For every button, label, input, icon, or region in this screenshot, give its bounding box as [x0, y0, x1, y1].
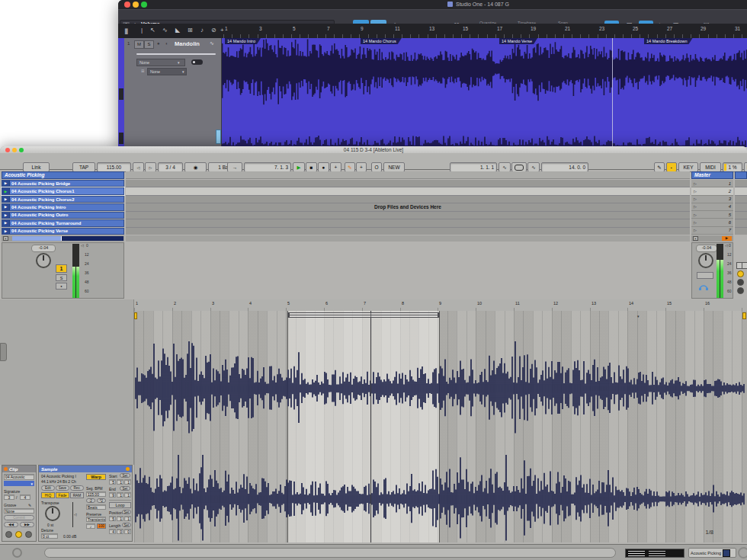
send2-dd-icon[interactable]: ▾ [182, 69, 184, 74]
marker-flag[interactable]: 14 Mando Intro [225, 38, 261, 44]
start-sixteenth-field[interactable]: 1 [124, 479, 131, 485]
transient-loop-mode[interactable]: ♪ [86, 523, 95, 529]
volume-slider[interactable] [136, 53, 216, 55]
loop-toggle[interactable]: Loop [109, 502, 131, 508]
clip-playhead[interactable] [370, 311, 371, 542]
insert-marker-icon[interactable]: ▾ [637, 314, 640, 318]
edge-handle[interactable] [119, 88, 123, 100]
scene-play-icon[interactable]: ▷ [694, 189, 697, 194]
scene-row[interactable]: ▷3 [691, 196, 733, 203]
track-name[interactable]: Mandolin [175, 40, 200, 47]
double-tempo-button[interactable]: *2 [97, 498, 106, 503]
scene-play-icon[interactable]: ▷ [694, 228, 697, 232]
arrangement-waveform[interactable] [221, 38, 747, 147]
scene-row-selected[interactable]: ▷2 [691, 187, 733, 195]
wave-icon[interactable]: ∿ [162, 27, 168, 34]
marker-flag[interactable]: 14 Mando Breakdown [644, 38, 693, 44]
scene-play-icon[interactable]: ▷ [694, 204, 697, 209]
send-slot-2[interactable]: None [147, 68, 187, 75]
save-button[interactable]: Save [56, 485, 69, 491]
length-sixteenth-field[interactable]: 0 [124, 529, 131, 534]
status-circle-icon[interactable] [12, 548, 22, 558]
edit-button[interactable]: Edit [41, 485, 55, 491]
add-icon[interactable]: + [220, 27, 224, 34]
sample-box-toggle[interactable] [15, 531, 22, 538]
position-sixteenth-field[interactable]: 1 [124, 516, 131, 521]
grid-row[interactable] [126, 212, 690, 219]
transpose-knob[interactable] [45, 506, 60, 521]
crossfader-show-toggle[interactable] [737, 287, 744, 294]
timeline-ruler[interactable]: ▮ | ↖ ∿ ◣ ⊞ ♪ ⊘ + 1 3 5 7 9 11 13 15 17 … [118, 24, 747, 38]
editor-ruler[interactable]: 1 2 3 4 5 6 7 8 9 10 11 12 13 14 15 16 [134, 299, 747, 312]
grid-row[interactable] [126, 219, 690, 226]
sample-editor[interactable]: ▾ 1/8 [134, 311, 747, 542]
clip-end-marker[interactable] [742, 312, 746, 319]
scene-row[interactable]: ▷4 [691, 203, 733, 211]
track-title[interactable]: Acoustic Picking [2, 171, 124, 179]
signature-denominator[interactable]: 4 [20, 494, 30, 500]
clip-play-icon[interactable]: ▶ [2, 213, 10, 218]
select-icon[interactable]: ↖ [150, 27, 155, 34]
zoom-button[interactable] [141, 2, 147, 8]
horizontal-scrollbar[interactable] [44, 548, 616, 558]
track-fader-handle[interactable] [216, 130, 221, 144]
clip-overview[interactable] [625, 549, 684, 558]
sample-box-header[interactable]: Sample [39, 466, 132, 472]
start-bar-field[interactable]: 5 [109, 479, 116, 485]
playhead[interactable] [612, 38, 613, 147]
headphones-icon[interactable] [698, 283, 709, 291]
clip-slot[interactable]: ▶04 Acoustic Picking Outro [2, 212, 124, 219]
scene-row[interactable]: ▷6 [691, 219, 733, 226]
length-beat-field[interactable]: 0 [117, 529, 123, 534]
mixer-show-toggle[interactable] [737, 279, 744, 286]
end-beat-field[interactable]: 1 [117, 492, 123, 498]
clip-color-chooser[interactable]: ▾ [4, 481, 34, 486]
mute-button[interactable]: M [134, 40, 144, 49]
pan-knob[interactable] [36, 253, 51, 268]
marker-flag[interactable]: 14 Mando Verse [499, 38, 537, 44]
reverse-button[interactable]: Rev. [70, 485, 84, 491]
end-sixteenth-field[interactable]: 1 [124, 492, 131, 498]
clip-start-marker[interactable] [134, 312, 137, 319]
length-set-button[interactable]: Set [122, 523, 131, 527]
sends-show-toggle[interactable] [742, 262, 747, 269]
hiq-button[interactable]: HiQ [41, 492, 55, 498]
scene-row[interactable]: ▷5 [691, 211, 733, 219]
clip-waveform[interactable] [134, 311, 747, 542]
studio-one-titlebar[interactable]: Studio One - 14 087 G [118, 0, 747, 9]
selected-track-chip[interactable]: Acoustic Picking [688, 548, 736, 558]
scene-row[interactable]: ▷7 [691, 227, 733, 235]
record-arm-icon[interactable]: ● [157, 41, 160, 46]
clip-slot-playing[interactable]: ▶04 Acoustic Picking Chorus1 [2, 187, 124, 194]
cursor-line-icon[interactable]: | [141, 27, 143, 34]
groove-pencil-icon[interactable]: ✎ [28, 503, 31, 507]
loop-brace[interactable] [287, 312, 440, 318]
ram-button[interactable]: RAM [70, 492, 84, 498]
arm-button[interactable]: ● [56, 283, 67, 290]
fade-button[interactable]: Fade [56, 492, 69, 498]
minimize-button[interactable] [133, 2, 139, 8]
grid-box-icon[interactable]: ⊞ [188, 27, 193, 34]
end-set-button[interactable]: Set [120, 486, 130, 491]
edge-handle[interactable] [119, 133, 123, 144]
marker-flag[interactable]: 14 Mando Chorus [361, 38, 402, 44]
off-icon[interactable]: ⊘ [211, 27, 216, 34]
clip-slot[interactable]: ▶04 Acoustic Picking Chorus2 [2, 196, 124, 203]
grid-row-selected[interactable] [126, 187, 690, 194]
detune-field[interactable]: 0 ct [41, 533, 58, 539]
transpose-value[interactable]: 0 st [47, 523, 53, 527]
transient-envelope-field[interactable]: 100 [97, 523, 106, 529]
track-header[interactable]: 1 M S ● ◐ Mandolin ∿ None ▾ ⊞ None ▾ [124, 38, 222, 147]
envelope-box-toggle[interactable] [25, 531, 32, 538]
position-set-button[interactable]: Set [122, 510, 131, 514]
signature-numerator[interactable]: 3 [4, 494, 14, 500]
back-to-arrangement-button[interactable]: ▶ [722, 236, 732, 241]
clip-slot[interactable]: ▶04 Acoustic Picking Intro [2, 203, 124, 210]
returns-show-toggle[interactable] [737, 270, 744, 277]
end-bar-field[interactable]: 9 [109, 492, 116, 498]
clip-box-header[interactable]: Clip [2, 466, 36, 472]
clip-gain-slider[interactable] [72, 502, 73, 527]
track-volume-meter[interactable] [72, 244, 79, 298]
pan-value[interactable]: -0.04 [31, 245, 56, 252]
master-pan-knob[interactable] [698, 253, 713, 268]
